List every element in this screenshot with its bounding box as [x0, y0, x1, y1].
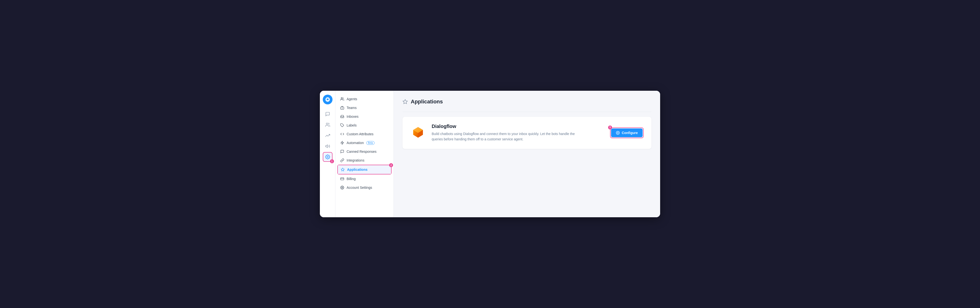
svg-marker-9: [341, 168, 344, 171]
svg-point-4: [341, 97, 342, 99]
applications-label: Applications: [347, 168, 368, 172]
account-settings-label: Account Settings: [347, 186, 372, 190]
sidebar-item-inboxes[interactable]: Inboxes: [336, 112, 393, 121]
svg-point-17: [617, 132, 618, 133]
sidebar-item-agents[interactable]: Agents: [336, 95, 393, 104]
inboxes-label: Inboxes: [347, 115, 358, 118]
dialogflow-info: Dialogflow Build chatbots using Dialogfl…: [432, 124, 604, 142]
dialogflow-description: Build chatbots using Dialogflow and conn…: [432, 131, 578, 142]
header-divider: [402, 112, 651, 112]
sidebar-item-custom-attributes[interactable]: Custom Attributes: [336, 130, 393, 139]
configure-gear-icon: [616, 131, 620, 135]
sidebar-item-applications[interactable]: Applications: [338, 165, 391, 174]
teams-icon: [340, 106, 344, 110]
configure-highlight-box: Configure: [610, 128, 644, 138]
configure-badge: 3: [608, 126, 612, 129]
svg-point-1: [326, 123, 328, 125]
sidebar-item-teams[interactable]: Teams: [336, 104, 393, 112]
dialogflow-title: Dialogflow: [432, 124, 604, 129]
svg-point-3: [327, 156, 328, 158]
billing-icon: [340, 177, 344, 181]
applications-badge: 2: [389, 163, 393, 167]
canned-responses-label: Canned Responses: [347, 150, 377, 153]
main-content: Applications: [394, 91, 660, 217]
icon-sidebar: 1: [320, 91, 336, 217]
page-title: Applications: [411, 99, 443, 105]
configure-label: Configure: [622, 131, 638, 135]
labels-icon: [340, 123, 344, 127]
custom-attributes-label: Custom Attributes: [347, 132, 374, 136]
sidebar-item-integrations[interactable]: Integrations: [336, 156, 393, 165]
sidebar-item-applications-wrapper: Applications 2: [337, 165, 391, 174]
dialogflow-icon: [410, 125, 426, 140]
nav-sidebar: Agents Teams Inboxes Labels: [336, 91, 394, 217]
settings-icon-btn[interactable]: 1: [323, 152, 332, 162]
integrations-icon: [340, 158, 344, 162]
app-window: 1 Agents Teams Inboxes: [320, 91, 660, 217]
automation-label: Automation: [347, 141, 364, 145]
agents-icon: [340, 97, 344, 101]
agents-label: Agents: [347, 97, 357, 101]
billing-label: Billing: [347, 177, 356, 181]
canned-responses-icon: [340, 150, 344, 153]
settings-badge: 1: [330, 160, 334, 163]
sidebar-item-canned-responses[interactable]: Canned Responses: [336, 147, 393, 156]
svg-marker-13: [403, 99, 407, 104]
sidebar-item-labels[interactable]: Labels: [336, 121, 393, 130]
dialogflow-card: Dialogflow Build chatbots using Dialogfl…: [402, 117, 651, 149]
automation-icon: [340, 141, 344, 145]
page-header-star-icon: [402, 99, 408, 104]
page-header: Applications: [402, 99, 651, 105]
custom-attr-icon: [340, 132, 344, 136]
svg-point-12: [342, 187, 343, 188]
account-settings-icon: [340, 186, 344, 190]
labels-label: Labels: [347, 123, 356, 127]
app-logo[interactable]: [323, 95, 332, 104]
configure-wrapper: Configure 3: [610, 128, 644, 138]
reports-icon-btn[interactable]: [323, 131, 332, 140]
integrations-label: Integrations: [347, 158, 364, 162]
contacts-icon-btn[interactable]: [323, 120, 332, 130]
configure-button[interactable]: Configure: [611, 128, 643, 137]
svg-rect-10: [340, 177, 344, 180]
applications-icon: [341, 168, 345, 172]
automation-beta-badge: Beta: [366, 141, 375, 145]
sidebar-item-billing[interactable]: Billing: [336, 174, 393, 183]
conversations-icon-btn[interactable]: [323, 109, 332, 119]
svg-marker-2: [325, 145, 328, 148]
inboxes-icon: [340, 115, 344, 118]
sidebar-item-automation[interactable]: Automation Beta: [336, 139, 393, 147]
campaigns-icon-btn[interactable]: [323, 141, 332, 151]
sidebar-item-account-settings[interactable]: Account Settings: [336, 183, 393, 192]
teams-label: Teams: [347, 106, 356, 110]
